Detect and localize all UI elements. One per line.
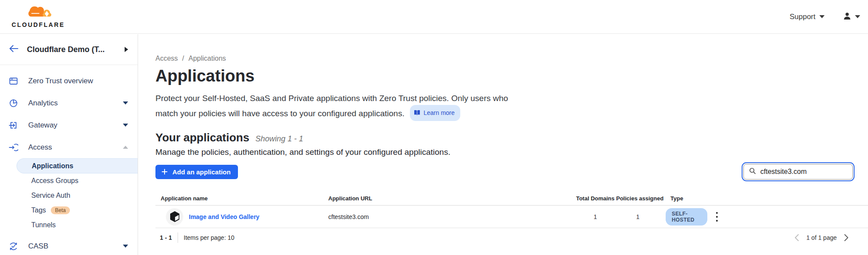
applications-table: Application name Application URL Total D… xyxy=(155,191,868,228)
row-actions-kebab-icon[interactable] xyxy=(707,206,726,228)
support-label: Support xyxy=(789,13,815,21)
pagination-bar: 1 - 1 Items per page: 10 1 of 1 page xyxy=(155,228,868,247)
application-url-cell: cftestsite3.com xyxy=(328,213,574,220)
plus-icon xyxy=(161,168,168,175)
sidebar-subitem-label: Service Auth xyxy=(31,192,70,199)
section-title: Your applications xyxy=(155,131,249,144)
application-link[interactable]: Image and Video Gallery xyxy=(189,213,259,220)
topbar-actions: Support xyxy=(789,12,860,22)
sidebar-item-label: Access xyxy=(28,143,52,152)
pagination-left: 1 - 1 Items per page: 10 xyxy=(160,232,234,243)
items-per-page: Items per page: 10 xyxy=(184,234,234,241)
section-subtitle: Manage the policies, authentication, and… xyxy=(155,147,855,157)
sidebar-subitem-label: Tunnels xyxy=(31,221,56,229)
sidebar-item-label: Zero Trust overview xyxy=(28,77,93,85)
sidebar-item-casb[interactable]: CASB xyxy=(0,235,138,255)
learn-more-label: Learn more xyxy=(423,106,455,119)
top-header: CLOUDFLARE Support xyxy=(0,0,868,34)
sidebar-item-gateway[interactable]: Gateway xyxy=(0,114,138,136)
user-icon xyxy=(843,12,851,22)
cloudflare-logo-text: CLOUDFLARE xyxy=(12,21,65,28)
sidebar-item-applications[interactable]: Applications xyxy=(17,158,138,173)
breadcrumb-separator: / xyxy=(182,55,184,62)
chevron-down-icon[interactable] xyxy=(123,101,128,105)
column-header-application-name: Application name xyxy=(155,195,328,202)
expand-account-menu-icon[interactable] xyxy=(125,47,128,52)
back-arrow-icon[interactable] xyxy=(9,44,19,55)
chevron-up-icon[interactable] xyxy=(123,146,128,149)
column-header-type: Type xyxy=(660,195,707,202)
chevron-down-icon[interactable] xyxy=(123,245,128,248)
next-page-icon[interactable] xyxy=(844,234,849,242)
previous-page-icon[interactable] xyxy=(794,234,799,242)
chevron-down-icon[interactable] xyxy=(123,124,128,127)
sidebar-subitem-label: Applications xyxy=(32,162,73,170)
dashboard-icon xyxy=(9,76,18,86)
sidebar-subitem-label: Tags xyxy=(31,206,46,214)
table-row: Image and Video Gallery cftestsite3.com … xyxy=(155,206,868,228)
sidebar-item-analytics[interactable]: Analytics xyxy=(0,92,138,114)
sidebar-item-label: Gateway xyxy=(28,121,57,130)
column-header-application-url: Application URL xyxy=(328,195,574,202)
showing-count: Showing 1 - 1 xyxy=(255,134,303,144)
description-line-2: match your policies will have access to … xyxy=(155,109,404,118)
chevron-down-icon xyxy=(819,15,825,18)
column-header-policies-assigned: Policies assigned xyxy=(616,195,660,202)
total-domains-cell: 1 xyxy=(574,213,616,220)
page-title: Applications xyxy=(155,66,855,85)
sidebar-item-tunnels[interactable]: Tunnels xyxy=(0,218,138,232)
sidebar-nav: Zero Trust overview Analytics Gateway xyxy=(0,65,138,255)
account-switcher: Cloudflare Demo (T... xyxy=(0,34,138,65)
breadcrumb-current: Applications xyxy=(188,55,226,62)
column-header-total-domains: Total Domains xyxy=(574,195,616,202)
page-status: 1 of 1 page xyxy=(806,234,837,241)
sidebar-item-label: Analytics xyxy=(28,99,58,108)
breadcrumb: Access / Applications xyxy=(155,55,855,62)
section-header: Your applications Showing 1 - 1 xyxy=(155,131,855,144)
sidebar-subitem-label: Access Groups xyxy=(31,177,78,185)
page-description: Protect your Self-Hosted, SaaS and Priva… xyxy=(155,92,855,121)
type-cell: SELF-HOSTED xyxy=(660,208,707,226)
application-name-cell: Image and Video Gallery xyxy=(155,208,328,226)
add-application-button[interactable]: Add an application xyxy=(155,165,238,179)
add-application-label: Add an application xyxy=(172,168,231,176)
chevron-down-icon xyxy=(855,15,860,18)
casb-icon xyxy=(9,242,18,251)
beta-badge: Beta xyxy=(51,206,70,214)
book-icon xyxy=(414,110,420,116)
pagination-divider xyxy=(178,232,178,243)
toolbar: Add an application xyxy=(155,164,855,180)
search-box xyxy=(743,164,853,180)
support-menu[interactable]: Support xyxy=(789,13,825,21)
user-menu[interactable] xyxy=(843,12,860,22)
description-line-1: Protect your Self-Hosted, SaaS and Priva… xyxy=(155,92,855,105)
learn-more-button[interactable]: Learn more xyxy=(410,105,460,121)
access-login-icon xyxy=(9,143,18,152)
gateway-icon xyxy=(9,121,18,130)
items-range: 1 - 1 xyxy=(160,234,172,241)
search-icon xyxy=(749,167,756,176)
sidebar-item-tags[interactable]: Tags Beta xyxy=(0,203,138,218)
sidebar: Cloudflare Demo (T... Zero Trust overvie… xyxy=(0,34,138,255)
analytics-pie-icon xyxy=(9,98,18,108)
sidebar-item-access[interactable]: Access xyxy=(0,136,138,158)
account-name: Cloudflare Demo (T... xyxy=(27,45,105,54)
policies-assigned-cell: 1 xyxy=(616,213,660,220)
type-badge: SELF-HOSTED xyxy=(666,208,707,226)
sidebar-item-zero-trust-overview[interactable]: Zero Trust overview xyxy=(0,70,138,92)
sidebar-item-label: CASB xyxy=(28,242,48,251)
sidebar-item-access-groups[interactable]: Access Groups xyxy=(0,173,138,188)
main-content: Access / Applications Applications Prote… xyxy=(139,34,868,255)
app-cube-icon xyxy=(166,208,183,226)
cloudflare-cloud-icon xyxy=(23,5,54,21)
table-header-row: Application name Application URL Total D… xyxy=(155,191,868,206)
pagination-right: 1 of 1 page xyxy=(794,234,849,242)
sidebar-item-service-auth[interactable]: Service Auth xyxy=(0,188,138,203)
cloudflare-logo[interactable]: CLOUDFLARE xyxy=(9,5,68,28)
breadcrumb-access[interactable]: Access xyxy=(155,55,178,62)
search-input[interactable] xyxy=(760,168,847,176)
